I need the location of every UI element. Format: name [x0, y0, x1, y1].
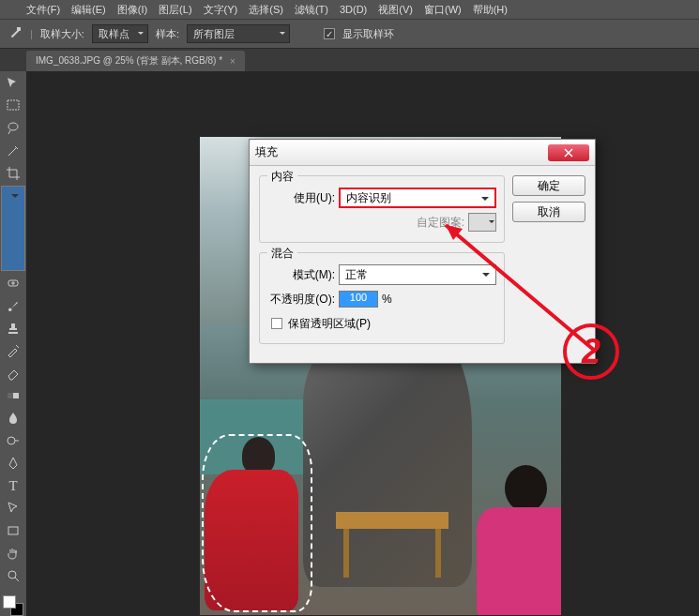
use-label: 使用(U):: [267, 190, 335, 206]
menu-window[interactable]: 窗口(W): [424, 3, 462, 17]
stamp-tool[interactable]: [2, 318, 24, 338]
ok-button[interactable]: 确定: [512, 175, 585, 196]
sample-layers-label: 样本:: [156, 27, 179, 41]
color-swatch[interactable]: [3, 595, 23, 616]
menu-edit[interactable]: 编辑(E): [71, 3, 106, 17]
blend-group-label: 混合: [267, 246, 297, 262]
menu-image[interactable]: 图像(I): [117, 3, 147, 17]
cancel-button[interactable]: 取消: [512, 202, 585, 222]
fill-dialog: 填充 内容 使用(U): 内容识别 自定图案: 混合 模式(M):: [249, 139, 596, 364]
image-table: [336, 512, 448, 578]
crop-tool[interactable]: [2, 163, 24, 184]
svg-point-6: [8, 437, 15, 444]
document-tabs: IMG_0638.JPG @ 25% (背景 副本, RGB/8) * ×: [0, 49, 699, 71]
sample-size-label: 取样大小:: [40, 27, 84, 41]
dialog-titlebar[interactable]: 填充: [250, 140, 595, 166]
pattern-picker[interactable]: [468, 213, 496, 232]
brush-tool[interactable]: [2, 295, 24, 316]
document-tab-label: IMG_0638.JPG @ 25% (背景 副本, RGB/8) *: [36, 54, 222, 68]
menu-file[interactable]: 文件(F): [26, 3, 60, 17]
blur-tool[interactable]: [2, 408, 24, 428]
type-tool[interactable]: T: [2, 475, 24, 496]
menu-bar: 文件(F) 编辑(E) 图像(I) 图层(L) 文字(Y) 选择(S) 滤镜(T…: [0, 0, 699, 19]
gradient-tool[interactable]: [2, 385, 24, 406]
eyedropper-tool[interactable]: [1, 186, 25, 271]
healing-tool[interactable]: [2, 273, 24, 293]
menu-view[interactable]: 视图(V): [378, 3, 413, 17]
pen-tool[interactable]: [2, 453, 24, 473]
tab-close-icon[interactable]: ×: [230, 56, 236, 67]
menu-select[interactable]: 选择(S): [249, 3, 283, 17]
use-dropdown[interactable]: 内容识别: [339, 188, 496, 208]
eyedropper-icon[interactable]: [8, 26, 23, 41]
lasso-tool[interactable]: [2, 118, 24, 139]
svg-point-1: [8, 123, 18, 130]
dialog-close-button[interactable]: [548, 144, 589, 161]
annotation-number: 2: [563, 323, 619, 380]
sample-layers-dropdown[interactable]: 所有图层: [187, 24, 290, 43]
blend-group: 混合 模式(M): 正常 不透明度(O): 100 % 保留透明区域(P): [259, 252, 505, 344]
image-person-left: [205, 437, 317, 615]
svg-point-8: [8, 571, 16, 578]
opacity-label: 不透明度(O):: [267, 292, 335, 308]
opacity-input[interactable]: 100: [339, 291, 378, 308]
svg-rect-5: [8, 393, 13, 398]
content-group-label: 内容: [267, 169, 297, 185]
pattern-label: 自定图案:: [417, 215, 464, 231]
marquee-tool[interactable]: [2, 96, 24, 116]
show-ring-label: 显示取样环: [342, 27, 394, 41]
menu-filter[interactable]: 滤镜(T): [295, 3, 328, 17]
hand-tool[interactable]: [2, 543, 24, 563]
shape-tool[interactable]: [2, 520, 24, 541]
sample-size-dropdown[interactable]: 取样点: [92, 24, 148, 43]
dodge-tool[interactable]: [2, 430, 24, 451]
history-brush-tool[interactable]: [2, 340, 24, 361]
zoom-tool[interactable]: [2, 565, 24, 586]
svg-rect-7: [8, 527, 18, 534]
dialog-title: 填充: [255, 144, 548, 160]
opacity-unit: %: [382, 293, 392, 306]
preserve-transparency-checkbox[interactable]: [271, 318, 282, 329]
menu-layer[interactable]: 图层(L): [159, 3, 191, 17]
options-bar: | 取样大小: 取样点 样本: 所有图层 ✓ 显示取样环: [0, 19, 699, 49]
wand-tool[interactable]: [2, 141, 24, 161]
mode-label: 模式(M):: [267, 267, 335, 283]
eraser-tool[interactable]: [2, 363, 24, 383]
path-select-tool[interactable]: [2, 498, 24, 518]
document-tab[interactable]: IMG_0638.JPG @ 25% (背景 副本, RGB/8) * ×: [26, 51, 245, 71]
show-ring-checkbox[interactable]: ✓: [324, 28, 335, 39]
menu-type[interactable]: 文字(Y): [204, 3, 238, 17]
image-person-right: [477, 465, 561, 615]
mode-dropdown[interactable]: 正常: [339, 264, 496, 285]
tools-panel: T: [0, 71, 26, 616]
move-tool[interactable]: [2, 73, 24, 94]
menu-3d[interactable]: 3D(D): [340, 4, 367, 15]
content-group: 内容 使用(U): 内容识别 自定图案:: [259, 175, 505, 243]
preserve-transparency-label: 保留透明区域(P): [288, 316, 371, 332]
menu-help[interactable]: 帮助(H): [473, 3, 508, 17]
svg-rect-0: [8, 100, 19, 110]
